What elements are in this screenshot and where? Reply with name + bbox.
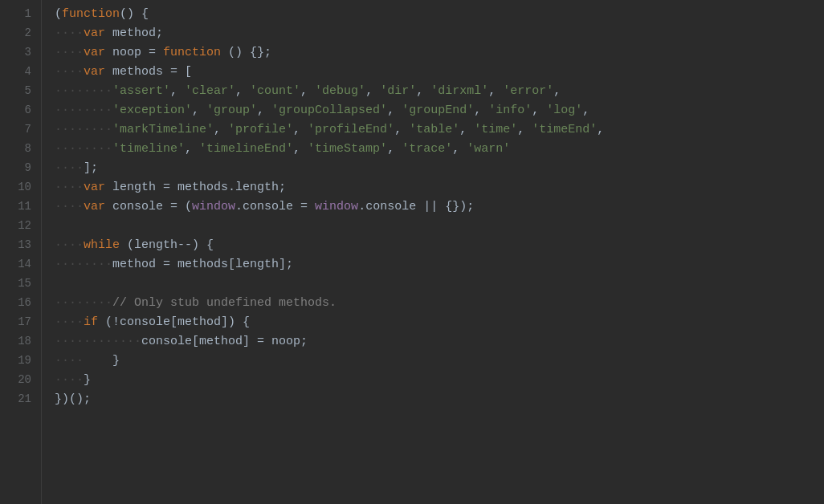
token-str: 'warn' xyxy=(467,140,510,158)
line-number: 15 xyxy=(0,274,41,294)
token-op: , xyxy=(192,101,206,120)
token-op: ]; xyxy=(84,159,98,177)
token-str: 'debug' xyxy=(315,82,365,100)
token-indent: ···· xyxy=(55,371,84,389)
token-op: (!console[method]) { xyxy=(98,313,250,331)
token-str: 'timelineEnd' xyxy=(199,140,293,158)
token-op: , xyxy=(416,82,430,100)
token-op: , xyxy=(257,101,271,120)
code-line: ····]; xyxy=(42,159,824,178)
token-indent: ········ xyxy=(55,120,112,139)
token-window: window xyxy=(192,197,235,216)
line-number: 10 xyxy=(0,178,41,197)
token-kw: function xyxy=(62,5,120,23)
line-number: 7 xyxy=(0,120,41,140)
token-str: 'timeEnd' xyxy=(532,120,597,139)
line-number: 5 xyxy=(0,82,41,101)
code-line xyxy=(42,274,824,294)
token-indent: ···· xyxy=(55,159,84,177)
code-line: ····var console = (window.console = wind… xyxy=(42,197,824,217)
token-str: 'timeStamp' xyxy=(308,140,387,158)
line-number: 4 xyxy=(0,63,41,82)
token-kw: var xyxy=(84,178,105,197)
code-line: ····} xyxy=(42,371,824,390)
token-op: , xyxy=(532,101,546,120)
code-line: })(); xyxy=(42,390,824,409)
token-str: 'log' xyxy=(546,101,582,120)
code-line: ········'timeline', 'timelineEnd', 'time… xyxy=(42,140,824,159)
line-numbers: 123456789101112131415161718192021 xyxy=(0,0,42,504)
token-op: , xyxy=(452,140,467,158)
token-kw: var xyxy=(84,43,105,62)
token-str: 'exception' xyxy=(112,101,192,120)
line-number: 8 xyxy=(0,140,41,159)
token-op: .console || {}); xyxy=(358,197,474,216)
token-str: 'error' xyxy=(503,82,553,100)
token-str: 'table' xyxy=(409,120,459,139)
token-op: })(); xyxy=(55,390,91,408)
token-indent: ···· xyxy=(55,352,84,370)
line-number: 11 xyxy=(0,197,41,217)
token-op: length = methods.length; xyxy=(105,178,286,197)
token-indent: ········ xyxy=(55,140,112,158)
token-op: () { xyxy=(120,5,149,23)
token-str: 'assert' xyxy=(112,82,170,100)
token-window: window xyxy=(315,197,358,216)
token-op: , xyxy=(488,82,503,100)
line-number: 19 xyxy=(0,352,41,371)
token-str: 'dir' xyxy=(380,82,416,100)
token-op: , xyxy=(582,101,589,120)
token-str: 'dirxml' xyxy=(430,82,488,100)
code-line: ····var method; xyxy=(42,24,824,43)
code-line: ····var methods = [ xyxy=(42,63,824,82)
code-line: ········'assert', 'clear', 'count', 'deb… xyxy=(42,82,824,101)
token-op: method; xyxy=(105,24,163,43)
token-str: 'groupEnd' xyxy=(402,101,474,120)
line-number: 20 xyxy=(0,371,41,390)
token-op: , xyxy=(365,82,380,100)
code-line: (function() { xyxy=(42,5,824,24)
code-line: ···· } xyxy=(42,352,824,371)
token-op: console = ( xyxy=(105,197,192,216)
token-str: 'count' xyxy=(250,82,300,100)
token-kw: if xyxy=(84,313,98,331)
token-indent: ········ xyxy=(55,101,112,120)
token-kw: var xyxy=(84,63,105,81)
token-str: 'info' xyxy=(488,101,532,120)
token-op: , xyxy=(387,140,402,158)
token-kw: var xyxy=(84,24,105,43)
code-area[interactable]: (function() {····var method;····var noop… xyxy=(42,0,824,504)
token-op: methods = [ xyxy=(105,63,192,81)
token-cm: // Only stub undefined methods. xyxy=(112,294,337,312)
code-line: ····if (!console[method]) { xyxy=(42,313,824,332)
token-op: , xyxy=(517,120,532,139)
token-str: 'timeline' xyxy=(112,140,185,158)
line-number: 18 xyxy=(0,332,41,352)
token-op: console[method] = noop; xyxy=(141,332,308,351)
line-number: 1 xyxy=(0,5,41,24)
token-str: 'clear' xyxy=(185,82,235,100)
line-number: 6 xyxy=(0,101,41,120)
code-line: ········'markTimeline', 'profile', 'prof… xyxy=(42,120,824,140)
token-op: , xyxy=(300,82,315,100)
line-number: 14 xyxy=(0,255,41,274)
token-indent: ········ xyxy=(55,255,112,274)
line-number: 9 xyxy=(0,159,41,178)
token-op: , xyxy=(474,101,488,120)
token-op: , xyxy=(235,82,250,100)
token-kw: while xyxy=(84,236,120,254)
token-op: , xyxy=(214,120,228,139)
token-op: , xyxy=(185,140,199,158)
code-line: ············console[method] = noop; xyxy=(42,332,824,352)
token-indent: ············ xyxy=(55,332,141,351)
token-indent: ···· xyxy=(55,197,84,216)
token-op: , xyxy=(597,120,604,139)
line-number: 21 xyxy=(0,390,41,409)
token-op: (length--) { xyxy=(120,236,214,254)
token-op: , xyxy=(387,101,402,120)
token-indent: ···· xyxy=(55,178,84,197)
code-line: ········// Only stub undefined methods. xyxy=(42,294,824,313)
token-op: , xyxy=(459,120,474,139)
token-indent: ···· xyxy=(55,24,84,43)
token-op: .console = xyxy=(235,197,315,216)
